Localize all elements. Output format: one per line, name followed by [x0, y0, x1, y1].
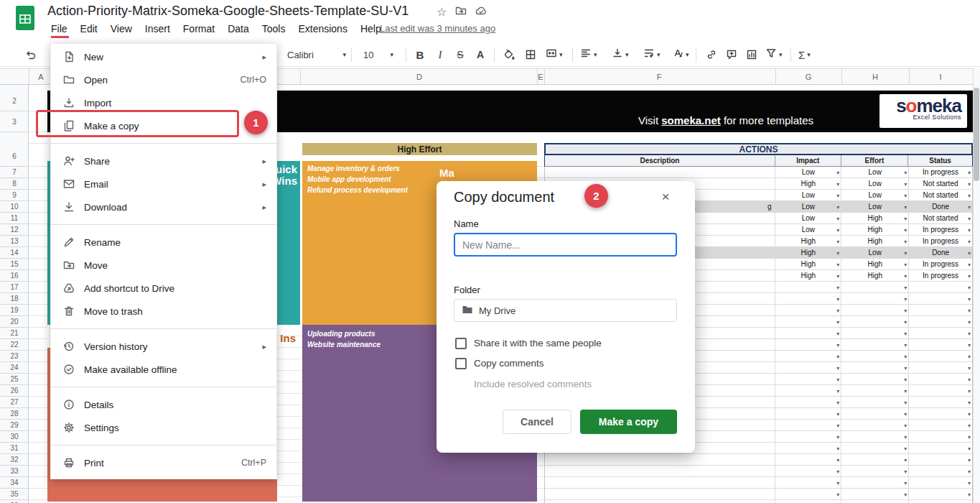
file-menu-item-download[interactable]: Download▸ — [51, 195, 276, 218]
status-cell[interactable]: ▾ — [909, 282, 972, 292]
name-input[interactable] — [454, 233, 677, 257]
effort-cell[interactable]: ▾ — [841, 489, 909, 499]
effort-cell[interactable]: ▾ — [841, 339, 909, 350]
merge-cells-button[interactable]: ▾ — [543, 45, 566, 64]
description-cell[interactable] — [545, 454, 775, 465]
row-header-6[interactable]: 6 — [0, 146, 29, 167]
row-header-2[interactable]: 2 — [0, 91, 29, 111]
effort-cell[interactable]: ▾ — [841, 374, 909, 384]
effort-cell[interactable]: ▾ — [841, 328, 909, 338]
impact-cell[interactable]: High▾ — [775, 270, 841, 281]
text-wrap-button[interactable]: ▾ — [640, 45, 663, 64]
effort-cell[interactable]: High▾ — [841, 213, 909, 223]
row-header-29[interactable]: 29 — [0, 420, 29, 431]
column-header-e[interactable]: E — [538, 69, 543, 84]
file-menu-item-print[interactable]: PrintCtrl+P — [51, 451, 276, 474]
row-header-21[interactable]: 21 — [0, 328, 29, 339]
menu-insert[interactable]: Insert — [139, 21, 177, 37]
row-header-14[interactable]: 14 — [0, 247, 29, 259]
vertical-align-button[interactable]: ▾ — [609, 45, 632, 64]
file-menu-item-settings[interactable]: Settings — [51, 416, 276, 439]
impact-cell[interactable]: ▾ — [775, 339, 841, 350]
folder-picker[interactable]: My Drive — [454, 299, 677, 322]
effort-cell[interactable]: ▾ — [841, 420, 909, 430]
menu-tools[interactable]: Tools — [256, 21, 292, 37]
status-cell[interactable]: ▾ — [909, 443, 972, 453]
status-cell[interactable]: ▾ — [909, 374, 972, 384]
file-menu-item-email[interactable]: Email▸ — [51, 172, 276, 195]
row-header-25[interactable]: 25 — [0, 374, 29, 385]
document-title[interactable]: Action-Priority-Matrix-Someka-Google-She… — [47, 4, 409, 19]
row-header-34[interactable]: 34 — [0, 477, 29, 489]
impact-cell[interactable]: ▾ — [775, 328, 841, 338]
undo-icon[interactable] — [22, 45, 40, 64]
description-cell[interactable] — [545, 477, 775, 488]
status-cell[interactable]: ▾ — [909, 408, 972, 419]
font-size-select[interactable]: 10▾ — [358, 45, 399, 64]
effort-cell[interactable]: Low▾ — [841, 247, 909, 258]
impact-cell[interactable]: ▾ — [775, 443, 841, 453]
close-icon[interactable]: × — [656, 188, 675, 206]
row-header-13[interactable]: 13 — [0, 236, 29, 247]
row-headers[interactable]: 2367891011121314151617181920212223242526… — [0, 85, 29, 503]
functions-button[interactable]: Σ▾ — [795, 45, 813, 64]
impact-cell[interactable]: Low▾ — [775, 167, 841, 177]
row-header-26[interactable]: 26 — [0, 385, 29, 397]
text-color-button[interactable]: A — [471, 45, 490, 64]
row-header-10[interactable]: 10 — [0, 201, 29, 213]
cloud-status-icon[interactable] — [475, 5, 487, 19]
description-cell[interactable] — [545, 489, 775, 499]
effort-cell[interactable]: ▾ — [841, 282, 909, 292]
impact-cell[interactable]: ▾ — [775, 431, 841, 442]
status-cell[interactable]: ▾ — [909, 489, 972, 499]
effort-cell[interactable]: Low▾ — [841, 190, 909, 200]
impact-cell[interactable]: Low▾ — [775, 213, 841, 223]
impact-cell[interactable]: ▾ — [775, 293, 841, 304]
status-cell[interactable]: ▾ — [909, 293, 972, 304]
column-header-g[interactable]: G — [806, 69, 812, 84]
impact-cell[interactable]: High▾ — [775, 259, 841, 269]
effort-cell[interactable]: ▾ — [841, 397, 909, 407]
menu-format[interactable]: Format — [177, 21, 221, 37]
effort-cell[interactable]: ▾ — [841, 408, 909, 419]
effort-cell[interactable]: ▾ — [841, 362, 909, 373]
banner-link[interactable]: someka.net — [661, 114, 721, 126]
status-cell[interactable]: In progress▾ — [909, 224, 972, 235]
effort-cell[interactable]: ▾ — [841, 466, 909, 476]
create-filter-button[interactable]: ▾ — [762, 45, 785, 64]
file-menu-item-move-to-trash[interactable]: Move to trash — [51, 300, 276, 323]
status-cell[interactable]: ▾ — [909, 431, 972, 442]
row-header-18[interactable]: 18 — [0, 293, 29, 305]
effort-cell[interactable]: ▾ — [841, 431, 909, 442]
impact-cell[interactable]: ▾ — [775, 282, 841, 292]
row-header-3[interactable]: 3 — [0, 111, 29, 132]
row-header-35[interactable]: 35 — [0, 489, 29, 500]
horizontal-align-button[interactable]: ▾ — [577, 45, 600, 64]
make-a-copy-button[interactable]: Make a copy — [580, 410, 677, 434]
insert-comment-icon[interactable] — [722, 45, 741, 64]
row-header-9[interactable]: 9 — [0, 190, 29, 201]
star-icon[interactable]: ☆ — [437, 5, 447, 19]
row-header-33[interactable]: 33 — [0, 466, 29, 477]
status-cell[interactable]: Not started▾ — [909, 190, 972, 200]
description-cell[interactable] — [545, 466, 775, 476]
file-menu-item-open[interactable]: OpenCtrl+O — [51, 68, 276, 91]
cancel-button[interactable]: Cancel — [503, 410, 571, 434]
status-cell[interactable]: ▾ — [909, 477, 972, 488]
effort-cell[interactable]: ▾ — [841, 500, 909, 503]
impact-cell[interactable]: High▾ — [775, 178, 841, 189]
column-header-i[interactable]: I — [939, 69, 941, 84]
menu-data[interactable]: Data — [221, 21, 256, 37]
row-header-31[interactable]: 31 — [0, 443, 29, 454]
menu-file[interactable]: File — [45, 21, 74, 37]
file-menu-item-new[interactable]: New▸ — [51, 45, 276, 68]
google-sheets-logo-icon[interactable] — [16, 6, 34, 30]
status-cell[interactable]: In progress▾ — [909, 259, 972, 269]
impact-cell[interactable]: Low▾ — [775, 190, 841, 200]
italic-button[interactable]: I — [431, 45, 449, 64]
row-header-19[interactable]: 19 — [0, 305, 29, 316]
strikethrough-button[interactable]: S — [451, 45, 470, 64]
file-menu-item-share[interactable]: Share▸ — [51, 149, 276, 172]
borders-icon[interactable] — [521, 45, 540, 64]
status-cell[interactable]: ▾ — [909, 454, 972, 465]
